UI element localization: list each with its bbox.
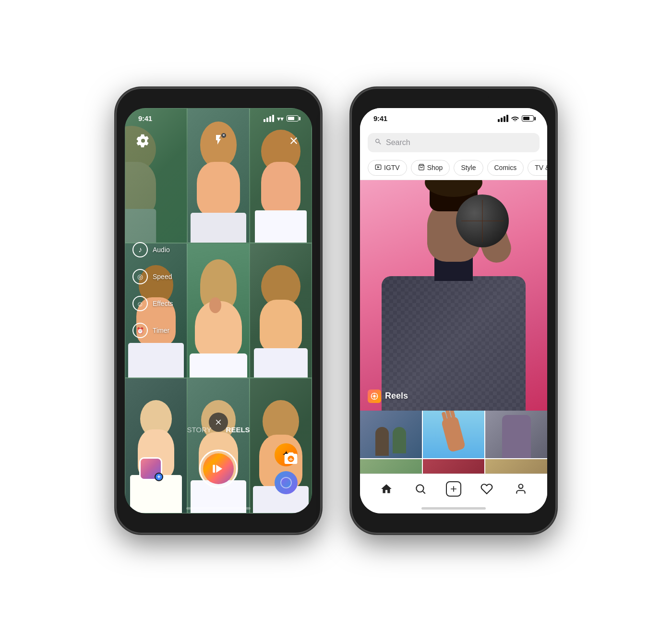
shutter-button[interactable] [199,450,238,488]
circle-effect-button[interactable] [275,471,298,494]
search-ui: 9:41 [360,108,547,513]
igtv-pill[interactable]: IGTV [368,160,407,176]
right-status-bar: 9:41 [360,108,547,129]
hero-background [360,180,547,411]
thumbnail-grid [360,411,547,474]
thumb-3[interactable] [485,411,547,458]
tv-movie-label: TV & Movie [535,164,547,171]
thumb-4[interactable] [360,459,422,474]
home-indicator [186,507,251,510]
search-nav-icon[interactable] [412,480,429,498]
flip-camera-button[interactable] [283,451,299,468]
shop-icon [418,164,425,172]
profile-nav-icon[interactable] [512,480,529,498]
effects-menu-item[interactable]: ☺ Effects [132,296,173,311]
reels-icon [368,390,381,403]
gallery-thumbnail[interactable]: + [139,457,162,480]
style-pill[interactable]: Style [454,160,483,176]
right-phone: 9:41 [350,87,557,534]
igtv-label: IGTV [384,164,400,171]
right-home-indicator [421,507,486,510]
notch [182,87,254,102]
search-icon [374,138,382,147]
camera-ui: 9:41 ▾▾ [125,108,312,513]
flash-icon[interactable]: ✕ [210,132,227,149]
svg-point-9 [417,485,424,492]
svg-point-4 [373,395,375,397]
right-time-display: 9:41 [373,114,387,122]
settings-icon[interactable] [134,132,152,149]
reels-tab[interactable]: REELS [226,426,250,434]
status-bar: 9:41 ▾▾ [125,108,312,129]
reels-label: Reels [368,390,408,403]
reels-hero[interactable]: Reels [360,180,547,411]
svg-line-10 [423,491,425,494]
thumb-2[interactable] [423,411,485,458]
tv-movie-pill[interactable]: TV & Movie [528,160,547,176]
right-battery-icon [522,115,534,122]
content-area: Reels [360,180,547,474]
effects-icon: ☺ [132,296,148,311]
camera-bottom-controls: STORY REELS + [125,426,312,494]
battery-fill [288,117,294,120]
audio-icon: ♪ [132,242,148,257]
timer-icon: ⏰ [132,323,148,338]
right-wifi-icon [511,115,519,122]
basketball [456,195,509,247]
heart-nav-icon[interactable] [478,480,495,498]
camera-tabs: STORY REELS [125,426,312,434]
shutter-inner [203,453,234,484]
comics-pill[interactable]: Comics [487,160,524,176]
svg-rect-0 [213,464,215,472]
thumb-1[interactable] [360,411,422,458]
gallery-plus-icon: + [155,473,163,481]
effects-label: Effects [153,300,173,307]
audio-label: Audio [153,246,170,254]
status-icons: ▾▾ [264,115,299,122]
notch [418,87,490,102]
wifi-icon: ▾▾ [277,115,284,122]
left-screen: 9:41 ▾▾ [125,108,312,513]
timer-menu-item[interactable]: ⏰ Timer [132,323,173,338]
audio-menu-item[interactable]: ♪ Audio [132,242,173,257]
search-bar-area: Search [360,129,547,156]
camera-side-menu: ♪ Audio ◎ Speed ☺ Effects ⏰ Timer [132,242,173,338]
right-screen: 9:41 [360,108,547,513]
close-icon[interactable] [285,132,302,149]
svg-point-11 [518,484,523,488]
igtv-icon [375,164,382,172]
camera-top-controls: ✕ [125,132,312,149]
speed-label: Speed [153,273,172,280]
shop-label: Shop [427,164,443,171]
search-bar[interactable]: Search [368,133,540,152]
style-label: Style [461,164,476,171]
search-placeholder: Search [386,138,410,147]
left-phone: 9:41 ▾▾ [115,87,322,534]
thumb-5[interactable] [423,459,485,474]
story-tab[interactable]: STORY [187,426,211,434]
right-status-icons [498,115,534,122]
shop-pill[interactable]: Shop [411,160,450,176]
home-nav-icon[interactable] [378,480,395,498]
reels-text: Reels [385,391,408,401]
right-signal-icon [498,115,508,122]
comics-label: Comics [494,164,517,171]
time-display: 9:41 [138,114,152,122]
category-row: IGTV Shop Style Comics [360,156,547,180]
timer-label: Timer [153,327,169,334]
right-battery-fill [523,117,529,120]
thumb-6[interactable] [485,459,547,474]
add-nav-icon[interactable] [446,481,461,497]
speed-menu-item[interactable]: ◎ Speed [132,269,173,284]
battery-icon [287,115,299,122]
speed-icon: ◎ [132,269,148,284]
signal-icon [264,115,274,122]
